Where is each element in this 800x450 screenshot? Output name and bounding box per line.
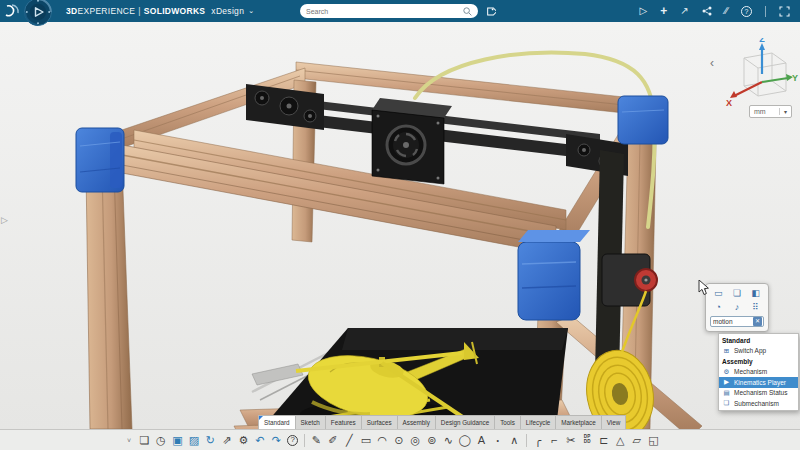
top-bar: 3DEXPERIENCE | SOLIDWORKS xDesign ⌄ ▷ + xyxy=(0,0,800,22)
menu-item-switch-app[interactable]: ⊞ Switch App xyxy=(719,346,798,357)
menu-header-standard[interactable]: Standard xyxy=(719,335,798,346)
tag-icon[interactable] xyxy=(485,6,496,17)
tab-lifecycle[interactable]: Lifecycle xyxy=(520,415,557,429)
menu-header-assembly[interactable]: Assembly xyxy=(719,356,798,367)
search-input[interactable] xyxy=(306,8,463,15)
duplicate-tool-icon[interactable]: ❏ xyxy=(729,287,746,300)
mirror-pattern-icon[interactable]: DP DD xyxy=(579,432,596,449)
chamfer-icon[interactable]: ⌐ xyxy=(546,432,563,449)
toolbar-collapse-icon[interactable]: ˅ xyxy=(127,437,131,444)
share-icon[interactable] xyxy=(702,6,712,16)
units-dropdown[interactable]: mm ▾ xyxy=(749,105,792,118)
left-panel-flyout-icon[interactable]: ▷ xyxy=(1,215,8,225)
extruder-carriage[interactable] xyxy=(372,98,452,184)
offset-icon[interactable]: ⊏ xyxy=(596,432,613,449)
polyline-icon[interactable]: ∧ xyxy=(506,432,523,449)
insert-component-icon[interactable]: ❏ xyxy=(136,432,153,449)
brand-solidworks: SOLIDWORKS xyxy=(144,6,206,16)
sync-icon[interactable]: ↻ xyxy=(202,432,219,449)
menu-item-submechanism[interactable]: ❏ Submechanism xyxy=(719,398,798,409)
help-circle-icon[interactable]: ? xyxy=(285,432,302,449)
component-tool-icon[interactable]: ◧ xyxy=(747,287,764,300)
polygon-icon[interactable]: △ xyxy=(612,432,629,449)
line-icon[interactable]: ╱ xyxy=(341,432,358,449)
convert-3d-icon[interactable]: ▱ xyxy=(629,432,646,449)
annotation-tool-icon[interactable]: ♪ xyxy=(729,301,746,314)
orientation-triad[interactable]: Z X Y xyxy=(722,38,800,112)
3d-viewport[interactable] xyxy=(0,22,800,429)
help-icon[interactable]: ? xyxy=(741,6,752,17)
project-entities-icon[interactable]: ✐ xyxy=(325,432,342,449)
spline-icon[interactable]: ∿ xyxy=(440,432,457,449)
topbar-divider xyxy=(765,6,766,17)
sketch-icon[interactable]: ✎ xyxy=(308,432,325,449)
brand-experience: EXPERIENCE xyxy=(77,6,135,16)
history-icon[interactable]: ◷ xyxy=(153,432,170,449)
menu-item-label: Kinematics Player xyxy=(734,379,786,386)
menu-item-mechanism[interactable]: ⚙ Mechanism xyxy=(719,367,798,378)
rectangle-icon[interactable]: ▭ xyxy=(358,432,375,449)
tab-assembly[interactable]: Assembly xyxy=(397,415,436,429)
bottom-toolbar: ˅ ❏◷▣▨↻⇗⚙↶↷?✎✐╱▭◠⊙◎⊚∿◯A•∧╭⌐✂DP DD⊏△▱◱ xyxy=(0,429,800,450)
tab-tools[interactable]: Tools xyxy=(494,415,521,429)
settings-gear-icon[interactable]: ⚙ xyxy=(235,432,252,449)
tab-marketplace[interactable]: Marketplace xyxy=(555,415,601,429)
z-motor[interactable] xyxy=(602,254,657,306)
app-name[interactable]: xDesign xyxy=(211,6,244,16)
pattern-tool-icon[interactable]: ⠿ xyxy=(747,301,764,314)
triad-z-label: Z xyxy=(759,38,765,44)
clear-search-icon[interactable]: ✕ xyxy=(753,317,762,326)
triad-y-label: Y xyxy=(792,73,798,83)
collaboration-icon[interactable]: ∕∕ xyxy=(725,6,728,16)
circle-perimeter-icon[interactable]: ◎ xyxy=(407,432,424,449)
insert-tool-icon[interactable]: ▭ xyxy=(710,287,727,300)
tab-features[interactable]: Features xyxy=(325,415,362,429)
menu-item-kinematics-player[interactable]: ▶ Kinematics Player xyxy=(719,377,798,388)
fullscreen-icon[interactable] xyxy=(779,6,790,17)
redo-icon[interactable]: ↷ xyxy=(268,432,285,449)
separator[interactable] xyxy=(301,432,308,449)
sketch-block-icon[interactable]: ◱ xyxy=(645,432,662,449)
save-as-icon[interactable]: ▨ xyxy=(186,432,203,449)
tab-design-guidance[interactable]: Design Guidance xyxy=(435,415,495,429)
point-icon[interactable]: • xyxy=(490,432,507,449)
separator[interactable] xyxy=(523,432,530,449)
context-toolbox: ▭❏◧◔♪⠿ ✕ xyxy=(705,283,769,332)
3ds-logo xyxy=(3,3,21,19)
menu-item-label: Switch App xyxy=(734,347,766,354)
add-icon[interactable]: + xyxy=(660,5,667,17)
measure-tool-icon[interactable]: ◔ xyxy=(710,301,727,314)
menu-item-label: Mechanism Status xyxy=(734,389,787,396)
tab-sketch[interactable]: Sketch xyxy=(295,415,326,429)
tab-standard[interactable]: Standard xyxy=(258,415,296,429)
tab-surfaces[interactable]: Surfaces xyxy=(361,415,398,429)
global-search[interactable] xyxy=(300,4,478,18)
export-arrow-icon[interactable]: ↗ xyxy=(680,6,688,16)
toolbar-icons: ❏◷▣▨↻⇗⚙↶↷?✎✐╱▭◠⊙◎⊚∿◯A•∧╭⌐✂DP DD⊏△▱◱ xyxy=(136,432,662,449)
publish-icon[interactable]: ⇗ xyxy=(219,432,236,449)
text-icon[interactable]: A xyxy=(473,432,490,449)
circle-3point-icon[interactable]: ⊚ xyxy=(424,432,441,449)
arc-icon[interactable]: ◠ xyxy=(374,432,391,449)
units-value: mm xyxy=(750,108,779,115)
tab-view[interactable]: View xyxy=(601,415,627,429)
menu-item-label: Mechanism xyxy=(734,368,767,375)
fillet-icon[interactable]: ╭ xyxy=(530,432,547,449)
command-results-menu: Standard ⊞ Switch App Assembly ⚙ Mechani… xyxy=(718,333,799,411)
undo-icon[interactable]: ↶ xyxy=(252,432,269,449)
circle-icon[interactable]: ⊙ xyxy=(391,432,408,449)
units-caret-icon[interactable]: ▾ xyxy=(779,108,791,115)
trim-icon[interactable]: ✂ xyxy=(563,432,580,449)
command-search-input[interactable] xyxy=(713,318,753,325)
3dexperience-compass[interactable] xyxy=(24,0,52,26)
search-icon[interactable] xyxy=(463,7,472,16)
ellipse-icon[interactable]: ◯ xyxy=(457,432,474,449)
save-icon[interactable]: ▣ xyxy=(169,432,186,449)
menu-item-mechanism-status[interactable]: ▤ Mechanism Status xyxy=(719,388,798,399)
ribbon-tabs: StandardSketchFeaturesSurfacesAssemblyDe… xyxy=(258,415,625,429)
app-switch-caret-icon[interactable]: ⌄ xyxy=(248,7,254,15)
viewport-area: ▷ ‹ Z X Y mm ▾ ▭❏◧◔ xyxy=(0,22,800,429)
collapse-panel-chevron-icon[interactable]: ‹ xyxy=(710,56,714,70)
play-media-icon[interactable]: ▷ xyxy=(640,6,648,16)
command-search[interactable]: ✕ xyxy=(710,316,764,327)
